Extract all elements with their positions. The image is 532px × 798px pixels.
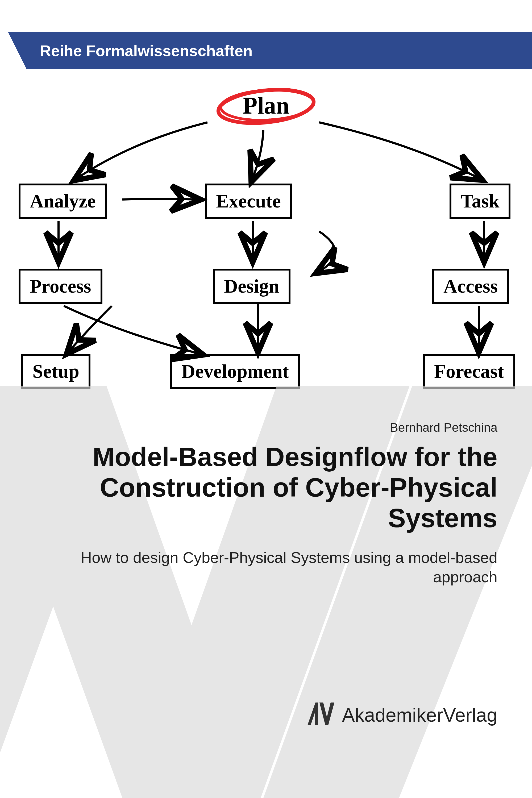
series-banner: Reihe Formalwissenschaften bbox=[0, 32, 532, 69]
book-subtitle: How to design Cyber-Physical Systems usi… bbox=[80, 548, 497, 587]
node-execute: Execute bbox=[205, 184, 292, 219]
author-name: Bernhard Petschina bbox=[390, 420, 497, 435]
node-analyze: Analyze bbox=[19, 184, 107, 219]
series-label: Reihe Formalwissenschaften bbox=[40, 42, 252, 60]
flowchart-diagram: Plan Analyze Execute Task Process Design… bbox=[0, 88, 532, 407]
node-forecast: Forecast bbox=[423, 354, 515, 389]
node-plan: Plan bbox=[232, 91, 300, 120]
node-task: Task bbox=[450, 184, 510, 219]
publisher-name: AkademikerVerlag bbox=[342, 704, 497, 726]
node-design: Design bbox=[213, 269, 290, 304]
node-access: Access bbox=[432, 269, 509, 304]
node-setup: Setup bbox=[21, 354, 91, 389]
node-process: Process bbox=[19, 269, 102, 304]
publisher-block: AkademikerVerlag bbox=[304, 699, 497, 732]
node-development: Development bbox=[170, 354, 300, 389]
publisher-logo-icon bbox=[304, 699, 336, 732]
book-title: Model-Based Designflow for the Construct… bbox=[35, 441, 497, 533]
